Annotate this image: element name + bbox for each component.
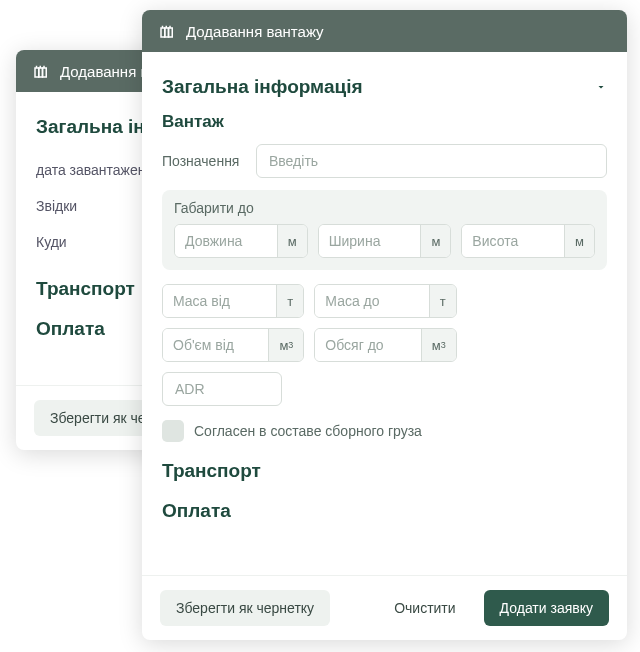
unit-t: т: [276, 285, 303, 317]
width-field: м: [318, 224, 452, 258]
cargo-icon: [32, 62, 50, 80]
modal-title: Додавання вантажу: [186, 23, 324, 40]
volume-from-field: м3: [162, 328, 304, 362]
volume-to-field: м3: [314, 328, 456, 362]
width-input[interactable]: [319, 225, 421, 257]
mass-to-field: т: [314, 284, 456, 318]
unit-m: м: [420, 225, 450, 257]
section-payment-title: Оплата: [162, 500, 607, 522]
cargo-icon: [158, 22, 176, 40]
mass-row: т т: [162, 284, 607, 318]
section-transport-title: Транспорт: [162, 460, 607, 482]
modal-body: Загальна інформація Вантаж Позначення Га…: [142, 52, 627, 575]
submit-button[interactable]: Додати заявку: [484, 590, 609, 626]
consent-row[interactable]: Согласен в составе сборного груза: [162, 420, 607, 442]
unit-m3: м3: [268, 329, 303, 361]
svg-rect-2: [43, 68, 47, 77]
modal-footer: Зберегти як чернетку Очистити Додати зая…: [142, 575, 627, 640]
clear-button[interactable]: Очистити: [378, 590, 471, 626]
volume-from-input[interactable]: [163, 329, 268, 361]
adr-row: [162, 372, 607, 406]
unit-t: т: [429, 285, 456, 317]
dimensions-group: Габарити до м м м: [162, 190, 607, 270]
designation-input[interactable]: [256, 144, 607, 178]
mass-from-field: т: [162, 284, 304, 318]
save-draft-button[interactable]: Зберегти як чернетку: [160, 590, 330, 626]
length-input[interactable]: [175, 225, 277, 257]
length-field: м: [174, 224, 308, 258]
volume-to-input[interactable]: [315, 329, 420, 361]
add-cargo-modal: Додавання вантажу Загальна інформація Ва…: [142, 10, 627, 640]
height-field: м: [461, 224, 595, 258]
designation-row: Позначення: [162, 144, 607, 178]
modal-header: Додавання вантажу: [142, 10, 627, 52]
chevron-down-icon: [595, 76, 607, 98]
unit-m: м: [564, 225, 594, 257]
section-general[interactable]: Загальна інформація: [162, 76, 607, 98]
section-cargo-title: Вантаж: [162, 112, 607, 132]
consent-checkbox[interactable]: [162, 420, 184, 442]
unit-m3: м3: [421, 329, 456, 361]
mass-from-input[interactable]: [163, 285, 276, 317]
dimensions-title: Габарити до: [174, 200, 595, 216]
svg-rect-5: [169, 28, 173, 37]
section-general-title: Загальна інформація: [162, 76, 363, 98]
consent-label: Согласен в составе сборного груза: [194, 423, 422, 439]
dimensions-row: м м м: [174, 224, 595, 258]
adr-input[interactable]: [162, 372, 282, 406]
unit-m: м: [277, 225, 307, 257]
designation-label: Позначення: [162, 153, 242, 169]
mass-to-input[interactable]: [315, 285, 428, 317]
volume-row: м3 м3: [162, 328, 607, 362]
height-input[interactable]: [462, 225, 564, 257]
